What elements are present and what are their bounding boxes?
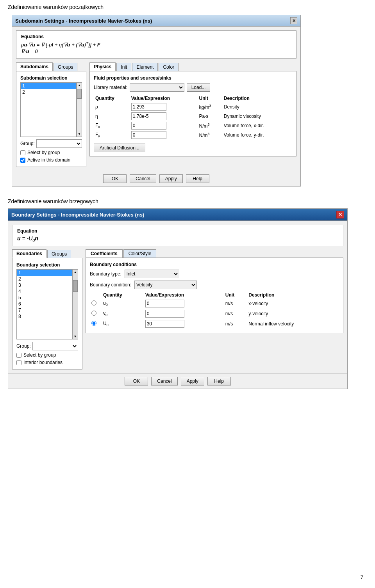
param-rho-input[interactable] bbox=[131, 103, 166, 111]
dialog1-footer: OK Cancel Apply Help bbox=[12, 171, 300, 186]
dialog1-select-by-group-row: Select by group bbox=[20, 150, 82, 155]
tab-physics[interactable]: Physics bbox=[89, 62, 116, 71]
dialog1-main-area: Subdomains Groups Subdomain selection 1 … bbox=[16, 62, 296, 167]
dialog2-close-button[interactable]: ✕ bbox=[336, 211, 344, 219]
dialog1-active-in-domain-row: Active in this domain bbox=[20, 157, 82, 163]
dialog1-equations-box: Equations ρu·∇u = ∇·[-pI + η(∇u + (∇u)T)… bbox=[16, 30, 296, 59]
dialog1-left-panel: Subdomains Groups Subdomain selection 1 … bbox=[16, 62, 86, 167]
dialog2-interior-boundaries-row: Interior boundaries bbox=[16, 360, 78, 365]
select-by-group-label: Select by group bbox=[27, 150, 60, 155]
radio-cell-v0 bbox=[90, 309, 102, 319]
boundary-item-2[interactable]: 2 bbox=[17, 276, 78, 282]
dialog1-left-tabs: Subdomains Groups bbox=[16, 62, 86, 71]
boundary-params-table: Quantity Value/Expression Unit Descripti… bbox=[90, 291, 339, 329]
dialog1-group-select[interactable] bbox=[36, 139, 82, 148]
param-eta-input[interactable] bbox=[131, 112, 166, 120]
subdomain-item-2[interactable]: 2 bbox=[21, 89, 76, 95]
dialog1-right-panel: Physics Init Element Color Fluid propert… bbox=[89, 62, 296, 167]
param-fx-value-cell bbox=[130, 121, 198, 130]
library-row: Library material: Load... bbox=[94, 83, 292, 92]
boundary-item-5[interactable]: 5 bbox=[17, 295, 78, 301]
qty-u0: u0 bbox=[102, 298, 144, 309]
boundary-conditions-label: Boundary conditions bbox=[90, 262, 339, 267]
library-select[interactable] bbox=[130, 83, 184, 92]
dialog1-eq2: ∇·u = 0 bbox=[21, 48, 291, 54]
boundary-item-3[interactable]: 3 bbox=[17, 282, 78, 288]
tab-color-style[interactable]: Color/Style bbox=[123, 249, 157, 258]
dialog1-close-button[interactable]: ✕ bbox=[290, 17, 297, 24]
tab-element[interactable]: Element bbox=[132, 63, 158, 71]
dialog2-help-button[interactable]: Help bbox=[207, 377, 231, 385]
dialog2-apply-button[interactable]: Apply bbox=[181, 377, 204, 385]
boundary-selection-label: Boundary selection bbox=[16, 262, 78, 268]
boundary-param-row-u0: u0 m/s x-velocity bbox=[90, 298, 339, 309]
tab-subdomains[interactable]: Subdomains bbox=[16, 62, 53, 71]
tab-boundaries[interactable]: Boundaries bbox=[12, 249, 46, 258]
dialog2-left-panel: Boundaries Groups Boundary selection 1 2… bbox=[12, 249, 82, 369]
param-fy-input[interactable] bbox=[131, 131, 166, 139]
dialog1-right-content: Fluid properties and sources/sinks Libra… bbox=[89, 71, 296, 156]
desc-v0: y-velocity bbox=[247, 309, 339, 319]
subdomain-listbox[interactable]: 1 2 bbox=[20, 82, 77, 137]
tab-groups-d2[interactable]: Groups bbox=[47, 250, 71, 258]
dialog2-footer: OK Cancel Apply Help bbox=[8, 373, 347, 389]
boundary-scroll-up[interactable]: ▲ bbox=[73, 270, 78, 275]
boundary-scroll-thumb[interactable] bbox=[73, 280, 78, 292]
desc-u0: x-velocity bbox=[247, 298, 339, 309]
input-U0[interactable] bbox=[145, 320, 184, 328]
dialog2-ok-button[interactable]: OK bbox=[125, 377, 148, 385]
boundary-item-7[interactable]: 7 bbox=[17, 307, 78, 313]
param-rho-desc: Density bbox=[222, 102, 292, 112]
artdiff-button[interactable]: Artificial Diffusion... bbox=[94, 144, 145, 152]
tab-color[interactable]: Color bbox=[159, 63, 179, 71]
radio-v0[interactable] bbox=[91, 311, 96, 316]
boundary-item-1[interactable]: 1 bbox=[17, 270, 78, 276]
active-in-domain-checkbox[interactable] bbox=[20, 158, 25, 163]
select-by-group-checkbox[interactable] bbox=[20, 150, 25, 155]
dialog1-cancel-button[interactable]: Cancel bbox=[130, 174, 156, 183]
interior-boundaries-checkbox[interactable] bbox=[16, 360, 21, 365]
input-v0[interactable] bbox=[145, 310, 184, 318]
load-button[interactable]: Load... bbox=[187, 83, 210, 92]
boundary-item-4[interactable]: 4 bbox=[17, 288, 78, 295]
qty-U0: U0 bbox=[102, 319, 144, 329]
param-rho-value-cell bbox=[130, 102, 198, 112]
param-fx-input[interactable] bbox=[131, 122, 166, 130]
dialog2-cancel-button[interactable]: Cancel bbox=[151, 377, 177, 385]
boundary-select-by-group-checkbox[interactable] bbox=[16, 353, 21, 358]
param-row-rho: ρ kg/m3 Density bbox=[94, 102, 292, 112]
dialog2: Boundary Settings - Incompressible Navie… bbox=[8, 208, 348, 389]
dialog2-group-select[interactable] bbox=[32, 342, 78, 350]
boundary-listbox[interactable]: 1 2 3 4 5 6 7 8 ▲ ▼ bbox=[16, 269, 78, 339]
param-eta-desc: Dynamic viscosity bbox=[222, 112, 292, 121]
dialog1-title: Subdomain Settings - Incompressible Navi… bbox=[15, 18, 152, 24]
tab-init[interactable]: Init bbox=[116, 63, 131, 71]
tab-groups[interactable]: Groups bbox=[54, 63, 77, 71]
subdomain-item-1[interactable]: 1 bbox=[21, 83, 76, 89]
interior-boundaries-label: Interior boundaries bbox=[23, 360, 62, 365]
param-row-fy: Fy N/m3 Volume force, y-dir. bbox=[94, 130, 292, 140]
dialog1-right-tabs: Physics Init Element Color bbox=[89, 62, 296, 71]
tab-coefficients[interactable]: Coefficients bbox=[86, 249, 123, 258]
dialog1-group-label: Group: bbox=[20, 141, 35, 146]
col-qty-header: Quantity bbox=[102, 291, 144, 298]
boundary-condition-select[interactable]: Velocity bbox=[134, 281, 197, 289]
boundary-item-6[interactable]: 6 bbox=[17, 301, 78, 307]
dialog2-right-panel: Coefficients Color/Style Boundary condit… bbox=[86, 249, 343, 369]
dialog1-apply-button[interactable]: Apply bbox=[159, 174, 183, 183]
radio-u0[interactable] bbox=[91, 300, 96, 306]
param-fx-unit: N/m3 bbox=[198, 121, 222, 130]
section2-title: Zdefiniowanie warunków brzegowych bbox=[8, 198, 367, 204]
unit-U0: m/s bbox=[224, 319, 247, 329]
boundary-item-8[interactable]: 8 bbox=[17, 313, 78, 320]
scroll-thumb[interactable] bbox=[77, 89, 82, 99]
param-rho-unit: kg/m3 bbox=[198, 102, 222, 112]
boundary-scroll-down[interactable]: ▼ bbox=[73, 334, 78, 339]
boundary-type-select[interactable]: Inlet bbox=[125, 270, 179, 278]
dialog1-ok-button[interactable]: OK bbox=[103, 174, 127, 183]
radio-U0[interactable] bbox=[91, 321, 96, 326]
scroll-down-arrow[interactable]: ▼ bbox=[77, 131, 82, 137]
scroll-up-arrow[interactable]: ▲ bbox=[77, 83, 82, 88]
dialog1-help-button[interactable]: Help bbox=[186, 174, 209, 183]
input-u0[interactable] bbox=[145, 300, 184, 307]
